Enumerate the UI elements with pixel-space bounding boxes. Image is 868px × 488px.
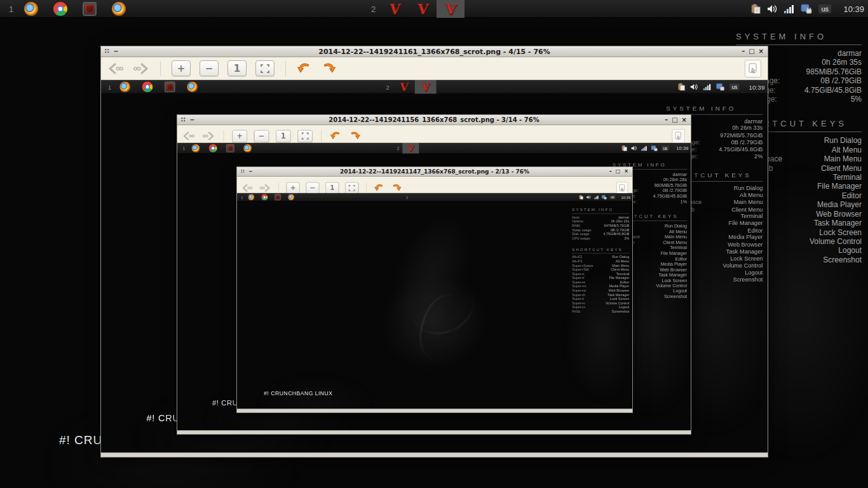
window-shade-icon[interactable]: ‒ xyxy=(249,169,253,174)
zoom-out-button[interactable]: − xyxy=(254,130,269,142)
depicted-app-icon xyxy=(192,144,200,152)
screenshot-image-1147: 1 2 us 10:39 xyxy=(237,193,632,409)
window-menu-icon[interactable]: ∷ xyxy=(181,117,186,123)
close-button[interactable]: × xyxy=(624,169,628,174)
viewnior-icon: V xyxy=(389,2,401,16)
previous-image-button[interactable] xyxy=(241,184,253,193)
next-image-button[interactable] xyxy=(202,131,215,141)
window-shade-icon[interactable]: ‒ xyxy=(190,117,194,123)
next-image-button[interactable] xyxy=(133,62,149,75)
zoom-out-button[interactable]: − xyxy=(200,60,219,76)
window-bottom-edge[interactable] xyxy=(237,409,632,412)
viewnior-window-3: ∷ ‒ 2014-12-22--1419241147_1366x768_scro… xyxy=(236,166,633,413)
zoom-out-button[interactable]: − xyxy=(306,182,320,194)
window-titlebar[interactable]: ∷ ‒ 2014-12-22--1419241156_1366x768_scro… xyxy=(177,115,691,125)
taskbar: 1 2 VVV us 10:39 xyxy=(0,0,868,18)
window-shade-icon[interactable]: ‒ xyxy=(114,48,118,55)
zoom-in-button[interactable]: + xyxy=(233,130,247,142)
clock: 10:39 xyxy=(674,146,688,151)
keyboard-layout-indicator[interactable]: us xyxy=(818,4,831,13)
depicted-viewnior-button: V xyxy=(402,143,419,154)
next-image-button[interactable] xyxy=(259,184,271,193)
rotate-left-button[interactable] xyxy=(297,62,312,76)
rotate-right-button[interactable] xyxy=(349,131,361,142)
minimize-button[interactable]: – xyxy=(742,48,745,55)
maximize-button[interactable]: □ xyxy=(616,169,621,174)
network-manager-icon xyxy=(716,83,725,91)
properties-button[interactable] xyxy=(616,182,628,194)
depicted-app-icon xyxy=(142,81,153,92)
app-launcher-icon[interactable] xyxy=(83,2,97,16)
normal-size-button[interactable]: 1 xyxy=(325,182,339,194)
window-menu-icon[interactable]: ∷ xyxy=(105,48,109,55)
best-fit-button[interactable] xyxy=(255,60,275,76)
properties-button[interactable] xyxy=(672,129,685,143)
depicted-tray: us 10:39 xyxy=(579,193,630,201)
properties-button[interactable] xyxy=(745,60,761,78)
rotate-left-button[interactable] xyxy=(330,131,342,142)
depicted-tray: us 10:39 xyxy=(621,143,688,154)
depicted-workspace-1: 1 xyxy=(182,146,185,151)
window-title: 2014-12-22--1419241147_1366x768_scrot.pn… xyxy=(271,168,598,175)
network-manager-icon[interactable] xyxy=(801,4,812,14)
window-titlebar[interactable]: ∷ ‒ 2014-12-22--1419241161_1366x768_scro… xyxy=(101,46,768,57)
minimize-button[interactable]: – xyxy=(665,117,668,123)
rotate-right-button[interactable] xyxy=(391,183,402,193)
clipboard-icon xyxy=(579,195,583,200)
system-tray: us 10:39 xyxy=(751,0,864,18)
app-launcher-icon[interactable] xyxy=(24,2,38,16)
app-launcher-icon[interactable] xyxy=(112,2,126,16)
close-button[interactable]: × xyxy=(682,117,687,123)
conky-info-title: SYSTEM INFO xyxy=(736,32,862,41)
rotate-right-button[interactable] xyxy=(321,62,336,76)
desktop: { "taskbar": { "workspace_left": "1", "w… xyxy=(0,0,868,488)
minimize-button[interactable]: – xyxy=(609,169,612,174)
depicted-app-icon xyxy=(275,194,281,200)
keyboard-layout-indicator: us xyxy=(610,195,616,199)
maximize-button[interactable]: □ xyxy=(672,117,677,123)
clock: 10:39 xyxy=(746,83,764,91)
workspace-indicator-2[interactable]: 2 xyxy=(371,4,376,14)
depicted-app-icon xyxy=(248,194,254,200)
signal-bars-icon[interactable] xyxy=(784,5,794,13)
best-fit-button[interactable] xyxy=(345,182,358,194)
depicted-workspace-2: 2 xyxy=(386,83,390,91)
viewnior-toolbar: + − 1 xyxy=(101,57,768,80)
window-bottom-edge[interactable] xyxy=(177,430,691,434)
previous-image-button[interactable] xyxy=(182,131,195,141)
window-menu-icon[interactable]: ∷ xyxy=(241,169,245,174)
volume-icon[interactable] xyxy=(767,4,778,13)
window-titlebar[interactable]: ∷ ‒ 2014-12-22--1419241147_1366x768_scro… xyxy=(237,167,632,177)
best-fit-button[interactable] xyxy=(298,130,313,142)
depicted-app-icon xyxy=(187,81,198,92)
close-button[interactable]: × xyxy=(759,48,764,55)
workspace-indicator-1[interactable]: 1 xyxy=(9,4,13,14)
volume-icon xyxy=(631,146,637,151)
clock: 10:39 xyxy=(840,4,864,14)
viewnior-taskbar-button[interactable]: V xyxy=(381,0,409,18)
depicted-app-icon xyxy=(288,194,294,200)
depicted-workspace-2: 2 xyxy=(397,146,399,151)
clock: 10:39 xyxy=(620,195,630,200)
viewnior-toolbar: + − 1 xyxy=(237,177,632,193)
maximize-button[interactable]: □ xyxy=(749,48,754,55)
depicted-app-icon xyxy=(261,194,268,200)
zoom-in-button[interactable]: + xyxy=(172,60,191,76)
clipboard-icon xyxy=(621,146,627,151)
normal-size-button[interactable]: 1 xyxy=(276,130,290,142)
viewnior-icon: V xyxy=(417,2,429,16)
normal-size-button[interactable]: 1 xyxy=(227,60,247,76)
clipboard-icon[interactable] xyxy=(751,4,761,14)
depicted-workspace-2: 2 xyxy=(406,195,408,200)
keyboard-layout-indicator: us xyxy=(661,146,669,151)
viewnior-taskbar-button[interactable]: V xyxy=(409,0,437,18)
depicted-workspace-1: 1 xyxy=(108,83,112,91)
app-launcher-icon[interactable] xyxy=(53,2,67,16)
zoom-in-button[interactable]: + xyxy=(287,182,300,194)
rotate-left-button[interactable] xyxy=(374,183,385,193)
depicted-app-icon xyxy=(243,144,252,152)
viewnior-taskbar-button[interactable]: V xyxy=(437,0,465,18)
window-bottom-edge[interactable] xyxy=(101,452,768,457)
signal-bars-icon xyxy=(594,195,599,199)
previous-image-button[interactable] xyxy=(107,62,124,75)
